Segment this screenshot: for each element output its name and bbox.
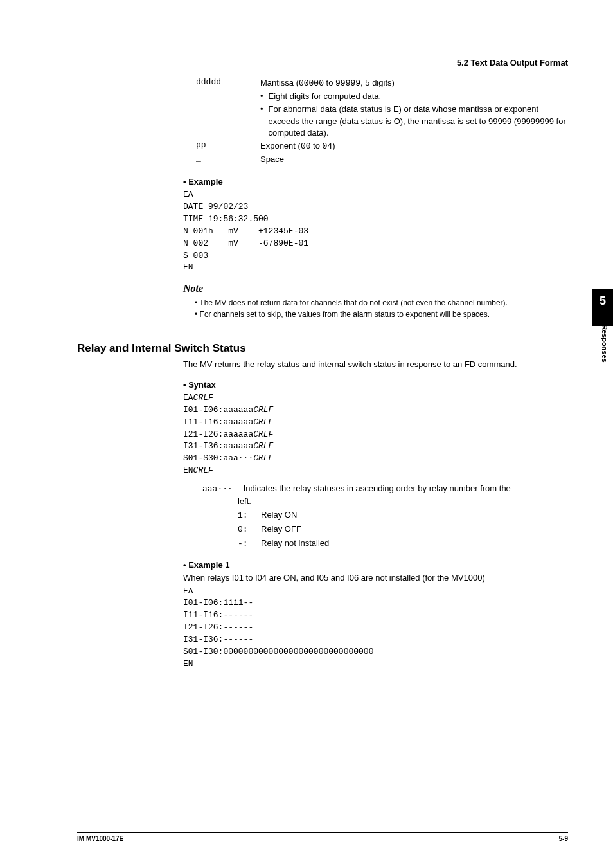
status-1-key: 1: (238, 509, 261, 523)
mantissa-low: 00000 (299, 78, 324, 88)
side-tab: 5 (592, 289, 613, 326)
relay-intro: The MV returns the relay status and inte… (183, 359, 568, 371)
mantissa-bullet-2: For abnormal data (data status is E) or … (260, 104, 568, 139)
section-header: 5.2 Text Data Output Format (77, 58, 568, 68)
note-2-text: For channels set to skip, the values fro… (200, 310, 490, 319)
example1-heading: Example 1 (183, 560, 568, 570)
mantissa-tail: , 5 digits) (360, 78, 395, 87)
status-3-val: Relay not installed (261, 538, 329, 548)
note-list: The MV does not return data for channels… (195, 297, 568, 320)
aaa-left: left. 1:Relay ON 0:Relay OFF -:Relay not… (238, 495, 568, 550)
chapter-number: 5 (592, 294, 613, 308)
pp-a: Exponent ( (260, 141, 301, 150)
syntax-code: EACRLF I01-I06:aaaaaaCRLF I11-I16:aaaaaa… (183, 392, 568, 477)
term-space: _ (196, 154, 260, 165)
pp-r1: 00 (301, 141, 311, 151)
desc-pp: Exponent (00 to 04) (260, 140, 568, 152)
mantissa-high: 99999 (335, 78, 360, 88)
pp-to: to (310, 141, 322, 150)
syntax-heading: Syntax (183, 380, 568, 390)
aaa-left-text: left. (238, 495, 568, 509)
relay-heading: Relay and Internal Switch Status (77, 342, 568, 355)
term-pp: pp (196, 140, 260, 152)
note-item-2: For channels set to skip, the values fro… (195, 309, 568, 320)
header-rule (77, 73, 568, 73)
example-heading: Example (183, 177, 568, 186)
example1-intro: When relays I01 to I04 are ON, and I05 a… (183, 572, 568, 584)
mantissa-b2-text: For abnormal data (data status is E) or … (269, 104, 568, 139)
page-footer: IM MV1000-17E 5-9 (77, 832, 568, 842)
desc-ddddd: Mantissa (00000 to 99999, 5 digits) Eigh… (260, 77, 568, 139)
mantissa-b1-text: Eight digits for computed data. (269, 91, 382, 102)
example-code: EA DATE 99/02/23 TIME 19:56:32.500 N 001… (183, 189, 568, 274)
side-tab-label: Responses (601, 325, 609, 363)
desc-space: Space (260, 154, 568, 165)
mantissa-to: to (324, 78, 335, 87)
example1-code: EA I01-I06:1111-- I11-I16:------ I21-I26… (183, 586, 568, 671)
aaa-desc: aaa··· Indicates the relay statuses in a… (202, 482, 568, 496)
status-2-val: Relay OFF (261, 524, 301, 534)
note-heading: Note (183, 283, 568, 294)
status-2-key: 0: (238, 523, 261, 537)
note-item-1: The MV does not return data for channels… (195, 297, 568, 309)
status-3-key: -: (238, 538, 261, 551)
footer-left: IM MV1000-17E (77, 835, 123, 842)
status-1-val: Relay ON (261, 510, 297, 520)
relay-block: The MV returns the relay status and inte… (183, 359, 568, 670)
mantissa-text: Mantissa ( (260, 78, 299, 87)
note-rule (207, 289, 568, 289)
note-title-text: Note (183, 283, 203, 294)
footer-right: 5-9 (559, 835, 568, 842)
pp-b: ) (332, 141, 335, 150)
note-1-text: The MV does not return data for channels… (199, 298, 508, 307)
aaa-text: Indicates the relay statuses in ascendin… (244, 484, 511, 493)
aaa-term: aaa··· (202, 483, 241, 496)
term-ddddd: ddddd (196, 77, 260, 139)
pp-r2: 04 (323, 141, 333, 151)
mantissa-bullet-1: Eight digits for computed data. (260, 91, 568, 102)
definitions-block: ddddd Mantissa (00000 to 99999, 5 digits… (196, 77, 568, 165)
example-block: Example EA DATE 99/02/23 TIME 19:56:32.5… (183, 177, 568, 320)
